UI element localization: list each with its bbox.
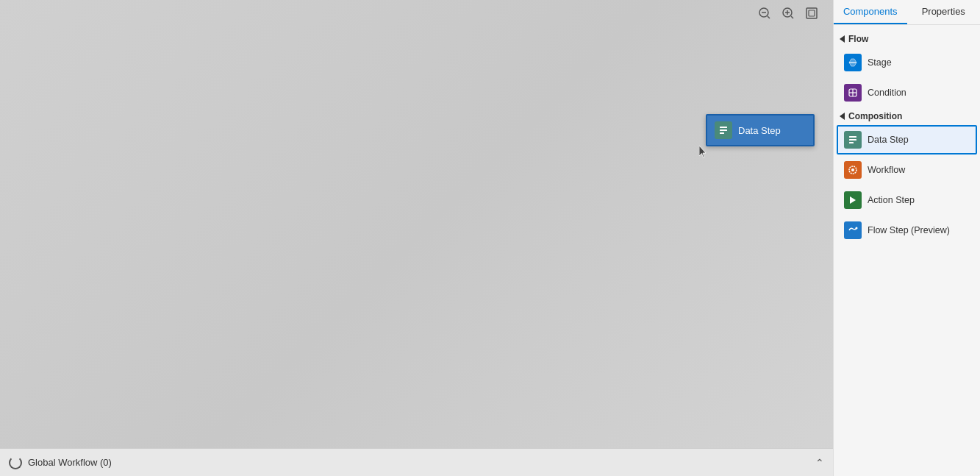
canvas-node-label: Data Step	[738, 125, 781, 136]
svg-rect-9	[720, 127, 727, 128]
svg-rect-19	[849, 139, 856, 141]
section-composition-label: Composition	[848, 111, 902, 121]
component-item-stage[interactable]: Stage	[837, 48, 977, 77]
svg-line-6	[791, 16, 793, 18]
stage-icon	[844, 54, 862, 71]
data-step-icon	[844, 131, 862, 149]
svg-point-22	[851, 168, 854, 171]
component-item-workflow[interactable]: Workflow	[837, 155, 977, 185]
tab-properties[interactable]: Properties	[907, 0, 981, 24]
component-item-flow-step-preview[interactable]: Flow Step (Preview)	[837, 216, 977, 245]
condition-label: Condition	[868, 87, 906, 99]
svg-line-2	[768, 16, 770, 18]
section-composition-triangle	[840, 113, 845, 120]
section-flow-triangle	[840, 35, 845, 43]
flow-step-preview-label: Flow Step (Preview)	[868, 224, 950, 236]
right-panel: Components Properties Flow Stage	[833, 0, 980, 476]
zoom-in-button[interactable]	[778, 3, 798, 24]
canvas	[0, 0, 833, 476]
zoom-out-button[interactable]	[754, 3, 775, 24]
component-item-condition[interactable]: Condition	[837, 78, 977, 107]
panel-content: Flow Stage Condition	[834, 25, 980, 476]
svg-rect-18	[849, 136, 856, 138]
svg-rect-7	[806, 8, 817, 18]
action-step-label: Action Step	[868, 194, 915, 206]
section-flow-label: Flow	[848, 34, 868, 44]
section-composition-header: Composition	[834, 108, 980, 124]
tab-components[interactable]: Components	[834, 0, 907, 24]
canvas-toolbar	[754, 3, 822, 24]
component-item-data-step[interactable]: Data Step	[837, 125, 977, 154]
action-step-icon	[844, 191, 862, 209]
workflow-label: Workflow	[868, 164, 905, 176]
bottom-bar-chevron-icon[interactable]: ⌃	[815, 457, 824, 469]
data-step-label: Data Step	[868, 134, 909, 146]
svg-rect-20	[849, 142, 854, 143]
condition-icon	[844, 84, 862, 102]
workflow-spinner-icon	[9, 456, 22, 469]
flow-step-preview-icon	[844, 221, 862, 239]
section-flow-header: Flow	[834, 31, 980, 47]
canvas-data-step-node[interactable]: Data Step	[706, 114, 815, 146]
bottom-bar-label: Global Workflow (0)	[28, 457, 112, 468]
workflow-icon	[844, 161, 862, 179]
stage-label: Stage	[868, 57, 892, 68]
component-item-action-step[interactable]: Action Step	[837, 185, 977, 215]
svg-rect-10	[720, 129, 727, 131]
canvas-node-icon	[715, 121, 732, 139]
svg-marker-23	[850, 196, 856, 204]
bottom-bar: Global Workflow (0) ⌃	[0, 448, 833, 476]
fit-canvas-button[interactable]	[801, 3, 822, 24]
svg-rect-11	[720, 132, 724, 134]
panel-tabs: Components Properties	[834, 0, 980, 25]
svg-rect-8	[809, 10, 815, 16]
svg-point-24	[856, 227, 858, 230]
